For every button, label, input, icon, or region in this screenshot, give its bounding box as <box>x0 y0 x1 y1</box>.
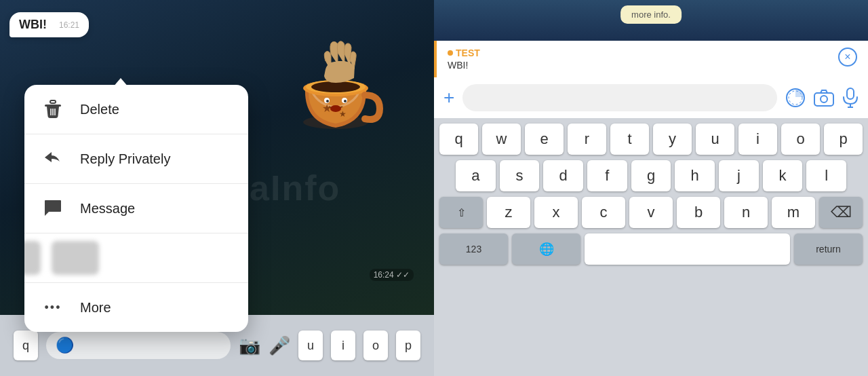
sender-dot <box>448 50 453 56</box>
chat-bubble-wbi: WBI! 16:21 <box>9 12 89 37</box>
mic-icon[interactable] <box>842 88 859 108</box>
keyboard-row-4: 123 🌐 return <box>437 233 865 265</box>
blur-box-2 <box>52 241 99 275</box>
key-g[interactable]: g <box>631 160 671 191</box>
close-icon: × <box>844 51 850 63</box>
return-key[interactable]: return <box>794 233 863 265</box>
context-menu-delete[interactable]: Delete <box>24 85 248 134</box>
key-j[interactable]: j <box>719 160 759 191</box>
svg-point-19 <box>821 96 827 102</box>
message-input[interactable] <box>462 84 777 111</box>
numbers-key[interactable]: 123 <box>439 233 508 265</box>
left-panel: @WABetaInfo WBI! 16:21 ★ ★ <box>0 0 434 376</box>
key-u[interactable]: u <box>696 124 734 155</box>
kb-key-i[interactable]: i <box>331 331 355 360</box>
key-v[interactable]: v <box>629 197 673 228</box>
keyboard-row-3: ⇧ z x c v b n m ⌫ <box>437 197 865 228</box>
sticker-timestamp: 16:24 ✓✓ <box>370 269 414 281</box>
blur-box-1 <box>24 241 41 275</box>
reply-preview-content: TEST WBI! <box>448 48 480 71</box>
key-n[interactable]: n <box>724 197 768 228</box>
more-label: More <box>80 300 111 316</box>
key-y[interactable]: y <box>653 124 692 155</box>
kb-key-u[interactable]: u <box>298 331 323 360</box>
reply-icon <box>41 147 65 171</box>
reply-preview-bar: TEST WBI! × <box>434 41 868 77</box>
context-menu: Delete Reply Privately Message <box>24 85 248 332</box>
svg-rect-12 <box>50 100 56 103</box>
svg-point-9 <box>344 100 347 102</box>
keyboard-row-1: q w e r t y u i o p <box>437 124 865 155</box>
info-bubble-text: more info. <box>631 10 671 20</box>
key-p[interactable]: p <box>824 124 863 155</box>
kb-input-left: 🔵 <box>46 332 231 359</box>
delete-key[interactable]: ⌫ <box>819 197 863 228</box>
svg-point-10 <box>330 105 341 112</box>
reply-text: WBI! <box>448 60 480 71</box>
key-x[interactable]: x <box>534 197 578 228</box>
context-menu-reply-privately[interactable]: Reply Privately <box>24 134 248 184</box>
sticker-cup-icon: ★ ★ <box>285 41 387 143</box>
plus-button[interactable]: + <box>443 87 454 109</box>
svg-text:★: ★ <box>339 109 347 119</box>
svg-rect-18 <box>814 93 833 106</box>
reply-close-button[interactable]: × <box>838 48 857 67</box>
svg-rect-20 <box>847 88 854 99</box>
message-label: Message <box>80 201 135 217</box>
context-menu-blurred[interactable] <box>24 233 248 283</box>
key-s[interactable]: s <box>500 160 540 191</box>
key-l[interactable]: l <box>806 160 846 191</box>
key-i[interactable]: i <box>738 124 777 155</box>
key-z[interactable]: z <box>487 197 530 228</box>
sticker-icon-left[interactable]: 🔵 <box>56 337 74 354</box>
key-q[interactable]: q <box>439 124 478 155</box>
blurred-icon <box>41 246 65 270</box>
chat-bubble-text: WBI! <box>19 18 47 32</box>
reply-sender: TEST <box>448 48 480 58</box>
info-bubble: more info. <box>620 5 682 24</box>
sticker-icon[interactable] <box>785 88 806 108</box>
svg-rect-11 <box>45 105 61 107</box>
key-e[interactable]: e <box>525 124 564 155</box>
svg-point-3 <box>311 81 360 92</box>
mic-icon-left[interactable]: 🎤 <box>269 335 290 356</box>
key-a[interactable]: a <box>456 160 496 191</box>
emoji-key[interactable]: 🌐 <box>512 233 580 265</box>
reply-privately-label: Reply Privately <box>80 151 170 167</box>
key-m[interactable]: m <box>772 197 815 228</box>
keyboard-row-2: a s d f g h j k l <box>437 160 865 191</box>
context-menu-message[interactable]: Message <box>24 184 248 233</box>
shift-key[interactable]: ⇧ <box>439 197 483 228</box>
svg-point-8 <box>326 100 329 102</box>
message-icon <box>41 196 65 221</box>
trash-icon <box>41 97 65 121</box>
key-o[interactable]: o <box>781 124 820 155</box>
space-key[interactable] <box>585 233 790 265</box>
context-menu-more[interactable]: ••• More <box>24 283 248 332</box>
keyboard: q w e r t y u i o p a s d f g h j k l ⇧ … <box>434 118 868 376</box>
kb-key-o[interactable]: o <box>363 331 388 360</box>
context-menu-tip <box>113 78 129 88</box>
reply-sender-name: TEST <box>456 48 480 58</box>
svg-text:★: ★ <box>322 102 332 114</box>
more-icon: ••• <box>41 295 65 320</box>
camera-icon-left[interactable]: 📷 <box>239 335 260 356</box>
key-f[interactable]: f <box>587 160 627 191</box>
sticker-area: ★ ★ <box>285 41 393 149</box>
delete-label: Delete <box>80 102 119 117</box>
input-bar: + <box>434 77 868 118</box>
chat-bubble-time: 16:21 <box>59 20 79 30</box>
key-k[interactable]: k <box>763 160 803 191</box>
camera-icon[interactable] <box>814 88 834 107</box>
key-w[interactable]: w <box>482 124 521 155</box>
key-d[interactable]: d <box>543 160 583 191</box>
right-panel: more info. TEST WBI! × + <box>434 0 868 376</box>
kb-key-p[interactable]: p <box>396 331 420 360</box>
key-r[interactable]: r <box>568 124 606 155</box>
right-top-background: more info. <box>434 0 868 41</box>
key-t[interactable]: t <box>610 124 649 155</box>
key-h[interactable]: h <box>675 160 715 191</box>
kb-key-q[interactable]: q <box>14 331 38 360</box>
key-c[interactable]: c <box>582 197 625 228</box>
key-b[interactable]: b <box>677 197 720 228</box>
